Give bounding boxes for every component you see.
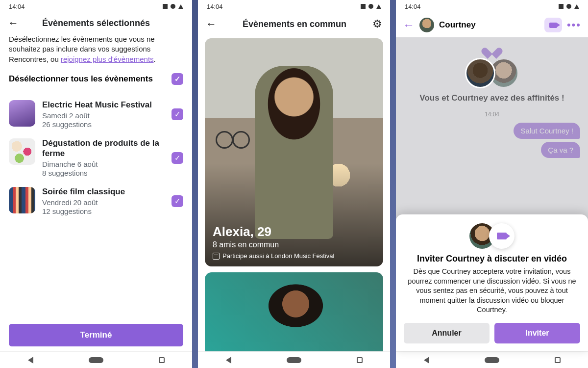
more-icon[interactable]: •••	[567, 19, 581, 31]
nav-home-icon[interactable]	[485, 357, 499, 363]
sheet-title: Inviter Courtney à discuter en vidéo	[404, 254, 580, 264]
video-invite-sheet: Inviter Courtney à discuter en vidéo Dès…	[396, 214, 588, 351]
back-icon[interactable]: ←	[206, 19, 217, 29]
event-thumbnail	[9, 138, 35, 165]
page-title: Évènements en commun	[221, 19, 368, 29]
nav-recent-icon[interactable]	[159, 357, 165, 363]
screen-chat: 14:04 ← Courtney ••• Vous et Courtney av…	[396, 0, 588, 368]
video-call-button[interactable]	[544, 18, 562, 32]
status-icon	[163, 4, 168, 9]
android-nav-bar	[396, 351, 588, 368]
video-icon	[497, 233, 507, 239]
event-name: Dégustation de produits de la ferme	[42, 138, 165, 158]
event-item[interactable]: Dégustation de produits de la ferme Dima…	[9, 131, 183, 179]
invite-button[interactable]: Inviter	[494, 323, 580, 343]
profile-card[interactable]	[205, 272, 383, 351]
status-icon	[361, 4, 366, 9]
settings-icon[interactable]: ⚙	[372, 18, 382, 30]
page-title: Évènements sélectionnés	[24, 18, 169, 28]
message-bubble: Ça va ?	[541, 142, 580, 158]
nav-back-icon[interactable]	[424, 357, 429, 364]
nav-recent-icon[interactable]	[357, 357, 363, 363]
profile-name-age: Alexia, 29	[213, 224, 375, 239]
back-icon[interactable]: ←	[403, 18, 415, 32]
done-button[interactable]: Terminé	[9, 324, 183, 346]
status-icon	[574, 4, 579, 9]
video-icon-badge	[489, 223, 514, 249]
nav-home-icon[interactable]	[89, 357, 103, 363]
avatar	[465, 58, 495, 88]
event-name: Electric Heat Music Festival	[42, 100, 165, 110]
status-bar: 14:04	[396, 0, 588, 13]
profile-event-line: Participe aussi à London Music Festival	[213, 252, 375, 260]
status-icon	[368, 4, 373, 9]
sheet-description: Dès que Courtney acceptera votre invitat…	[404, 267, 580, 315]
join-more-events-link[interactable]: rejoignez plus d'évènements	[61, 55, 154, 63]
header: ← Évènements sélectionnés	[0, 13, 192, 32]
event-thumbnail	[9, 100, 35, 127]
profile-mutual-friends: 8 amis en commun	[213, 240, 375, 249]
status-time: 14:04	[405, 3, 421, 10]
nav-home-icon[interactable]	[287, 357, 301, 363]
chat-header: ← Courtney •••	[396, 13, 588, 37]
screen-events-common: 14:04 ← Évènements en commun ⚙ Alexia, 2…	[198, 0, 390, 368]
android-nav-bar	[198, 351, 390, 368]
match-text: Vous et Courtney avez des affinités !	[404, 93, 580, 103]
checkbox-icon[interactable]: ✓	[172, 73, 183, 85]
event-suggestions: 8 suggestions	[42, 169, 165, 177]
status-bar: 14:04	[0, 0, 192, 13]
event-name: Soirée film classique	[42, 187, 165, 197]
match-avatars	[404, 58, 580, 88]
instruction-text: Désélectionnez les évènements que vous n…	[9, 34, 183, 64]
chat-timestamp: 14:04	[404, 111, 580, 118]
status-icon	[559, 4, 564, 9]
status-time: 14:04	[9, 3, 25, 10]
event-item[interactable]: Soirée film classique Vendredi 20 août 1…	[9, 179, 183, 217]
video-icon	[549, 23, 557, 28]
status-icon	[171, 4, 175, 9]
message-bubble: Salut Courtney !	[514, 123, 580, 139]
message-list: Salut Courtney ! Ça va ?	[404, 123, 580, 158]
checkbox-icon[interactable]: ✓	[172, 108, 183, 120]
event-suggestions: 12 suggestions	[42, 207, 165, 215]
status-time: 14:04	[207, 3, 223, 10]
heart-icon	[486, 43, 498, 55]
profile-card[interactable]: Alexia, 29 8 amis en commun Participe au…	[205, 38, 383, 266]
screen-events-selected: 14:04 ← Évènements sélectionnés Désélect…	[0, 0, 192, 368]
event-date: Vendredi 20 août	[42, 198, 165, 207]
deselect-all-row[interactable]: Désélectionner tous les évènements ✓	[9, 73, 183, 92]
status-bar: 14:04	[198, 0, 390, 13]
nav-recent-icon[interactable]	[555, 357, 561, 363]
status-icon	[566, 4, 571, 9]
header: ← Évènements en commun ⚙	[198, 13, 390, 34]
nav-back-icon[interactable]	[28, 357, 33, 364]
event-date: Dimanche 6 août	[42, 160, 165, 168]
deselect-all-label: Désélectionner tous les évènements	[9, 74, 153, 84]
event-thumbnail	[9, 187, 35, 213]
status-icon	[178, 4, 183, 9]
checkbox-icon[interactable]: ✓	[172, 195, 183, 207]
back-icon[interactable]: ←	[8, 18, 19, 28]
nav-back-icon[interactable]	[226, 357, 231, 364]
contact-name: Courtney	[439, 20, 539, 30]
checkbox-icon[interactable]: ✓	[172, 152, 183, 164]
avatar[interactable]	[419, 18, 434, 32]
status-icon	[376, 4, 381, 9]
calendar-icon	[213, 253, 220, 260]
android-nav-bar	[0, 351, 192, 368]
event-suggestions: 26 suggestions	[42, 120, 165, 129]
event-item[interactable]: Electric Heat Music Festival Samedi 2 ao…	[9, 92, 183, 131]
event-date: Samedi 2 août	[42, 111, 165, 120]
cancel-button[interactable]: Annuler	[404, 323, 490, 343]
